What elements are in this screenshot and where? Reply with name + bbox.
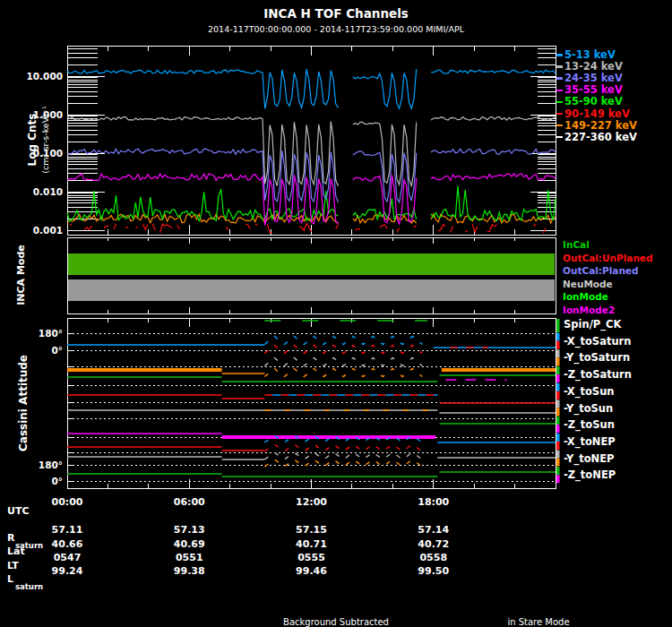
attitude-ytick-label: 0° bbox=[51, 476, 63, 486]
legend-attitude-Spin-P-CK: Spin/P_CK bbox=[564, 318, 622, 331]
y-tick-label: 0.100 bbox=[33, 148, 63, 159]
legend-counts-55-90-keV: 55-90 keV bbox=[564, 95, 623, 107]
table-value: 0558 bbox=[419, 552, 447, 563]
attitude-strip-seg bbox=[556, 366, 560, 374]
table-value: 0555 bbox=[297, 552, 325, 563]
table-value: 57.11 bbox=[52, 524, 83, 536]
trace-90-149-keV bbox=[70, 225, 73, 226]
legend-attitude--Y-toNEP: -Y_toNEP bbox=[564, 452, 614, 466]
legend-counts-35-55-keV: 35-55 keV bbox=[564, 83, 623, 96]
table-value: 57.14 bbox=[418, 524, 449, 536]
footer-stare-mode: in Stare Mode bbox=[507, 617, 569, 627]
trace-90-149-keV bbox=[255, 225, 258, 226]
legend-counts-5-13-keV: 5-13 keV bbox=[564, 48, 616, 61]
attitude-ytick-label: 0° bbox=[51, 345, 63, 356]
y-tick-label: 0.010 bbox=[33, 186, 63, 197]
legend-mode-IonMode: IonMode bbox=[563, 291, 608, 302]
attitude-strip-seg bbox=[556, 333, 560, 341]
table-value: 99.24 bbox=[52, 565, 83, 577]
table-value: 57.13 bbox=[174, 524, 205, 536]
table-row-label: L bbox=[7, 573, 13, 585]
legend-attitude--X-toSun: -X_toSun bbox=[564, 385, 615, 399]
attitude-strip-seg bbox=[556, 467, 560, 475]
legend-attitude--Z-toNEP: -Z_toNEP bbox=[564, 468, 616, 482]
table-value: 40.72 bbox=[418, 538, 449, 550]
attitude-strip-seg bbox=[556, 451, 560, 459]
table-value: 99.38 bbox=[174, 565, 205, 577]
legend-counts-24-35-keV: 24-35 keV bbox=[564, 72, 623, 84]
legend-counts-149-227-keV: 149-227 keV bbox=[564, 119, 637, 132]
table-value: 99.50 bbox=[418, 565, 449, 577]
table-value: 40.71 bbox=[296, 538, 327, 550]
attitude-strip-seg bbox=[556, 400, 560, 408]
utc-tick-label: 18:00 bbox=[418, 496, 449, 508]
legend-attitude--Z-toSun: -Z_toSun bbox=[564, 418, 615, 432]
page-subtitle: 2014-117T00:00:00.000 - 2014-117T23:59:0… bbox=[208, 24, 465, 34]
table-row-sublabel: saturn bbox=[15, 582, 43, 591]
plot-svg: INCA H TOF Channels 2014-117T00:00:00.00… bbox=[0, 0, 672, 627]
page-title: INCA H TOF Channels bbox=[263, 6, 409, 21]
legend-mode-OutCal-Planed: OutCal:Planed bbox=[563, 265, 639, 276]
table-value: 0547 bbox=[54, 552, 82, 563]
utc-tick-label: 00:00 bbox=[51, 496, 82, 508]
utc-tick-label: 12:00 bbox=[296, 496, 327, 508]
attitude-strip-seg bbox=[556, 442, 560, 450]
legend-mode-InCal: InCal bbox=[563, 239, 590, 250]
table-row-label: LT bbox=[7, 560, 19, 571]
utc-row-label: UTC bbox=[7, 505, 30, 517]
mode-bar-green bbox=[68, 253, 555, 275]
attitude-strip-seg bbox=[556, 357, 560, 365]
trace-90-149-keV bbox=[135, 228, 138, 228]
legend-mode-NeuMode: NeuMode bbox=[563, 279, 613, 289]
legend-counts-13-24-keV: 13-24 keV bbox=[564, 60, 623, 73]
table-row-label: Lat bbox=[7, 545, 25, 557]
attitude-strip-seg bbox=[556, 374, 560, 382]
attitude-strip-seg bbox=[556, 417, 560, 425]
legend-attitude--Y-toSaturn: -Y_toSaturn bbox=[564, 351, 630, 365]
attitude-strip-seg bbox=[556, 475, 560, 483]
legend-mode-OutCal-UnPlaned: OutCal:UnPlaned bbox=[563, 253, 653, 263]
attitude-strip-seg bbox=[556, 349, 560, 357]
mode-ylabel: INCA Mode bbox=[15, 245, 27, 305]
attitude-strip-seg bbox=[556, 425, 560, 433]
attitude-strip-seg bbox=[556, 391, 560, 399]
table-value: 99.46 bbox=[296, 565, 327, 577]
mode-bar-gray bbox=[68, 279, 555, 301]
table-value: 40.66 bbox=[52, 538, 83, 550]
attitude-ytick-label: 180° bbox=[39, 328, 63, 339]
attitude-strip-seg bbox=[556, 383, 560, 391]
table-row-label: R bbox=[7, 532, 15, 544]
legend-attitude--X-toNEP: -X_toNEP bbox=[564, 435, 616, 449]
attitude-strip-seg bbox=[556, 459, 560, 467]
attitude-strip-seg bbox=[556, 408, 560, 417]
table-value: 0551 bbox=[176, 552, 203, 563]
legend-counts-90-149-keV: 90-149 keV bbox=[564, 107, 630, 120]
inca-tof-plot-page: INCA H TOF Channels 2014-117T00:00:00.00… bbox=[0, 0, 672, 627]
attitude-ytick-label: 180° bbox=[39, 460, 63, 470]
attitude-ylabel: Cassini Attitude bbox=[17, 355, 30, 451]
attitude-strip-seg bbox=[556, 434, 560, 442]
legend-attitude--Y-toSun: -Y_toSun bbox=[564, 402, 613, 416]
attitude-strip-seg bbox=[556, 319, 560, 332]
y-tick-label: 0.001 bbox=[33, 225, 63, 236]
attitude-strip-seg bbox=[556, 341, 560, 349]
table-value: 40.69 bbox=[174, 538, 205, 550]
table-value: 57.15 bbox=[296, 524, 327, 536]
utc-tick-label: 06:00 bbox=[174, 496, 205, 508]
y-tick-label: 1.000 bbox=[33, 109, 63, 120]
legend-mode-IonMode2: IonMode2 bbox=[563, 305, 615, 315]
legend-attitude--X-toSaturn: -X_toSaturn bbox=[564, 335, 631, 348]
legend-attitude--Z-toSaturn: -Z_toSaturn bbox=[564, 368, 632, 382]
y-tick-label: 10.000 bbox=[26, 71, 63, 82]
legend-counts-227-360-keV: 227-360 keV bbox=[564, 131, 637, 143]
footer-background-subtracted: Background Subtracted bbox=[283, 617, 389, 627]
